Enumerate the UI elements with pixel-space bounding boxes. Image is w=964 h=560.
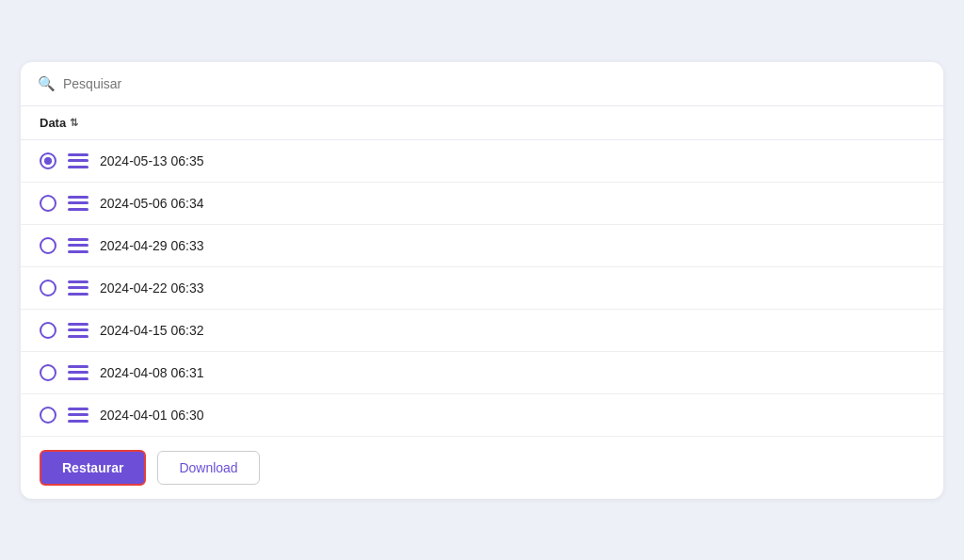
search-input[interactable] <box>63 76 926 91</box>
item-date: 2024-04-15 06:32 <box>100 323 204 338</box>
radio-button-7[interactable] <box>40 407 56 424</box>
list-icon <box>68 238 88 253</box>
list-item[interactable]: 2024-04-08 06:31 <box>21 352 943 394</box>
list-icon <box>68 408 88 423</box>
radio-button-4[interactable] <box>40 280 56 296</box>
list-icon <box>68 280 88 296</box>
date-column-label: Data <box>40 116 66 130</box>
main-container: 🔍 Data ⇅ 2024-05-13 06:352024-05-06 06:3… <box>21 62 943 499</box>
list-icon <box>68 365 88 380</box>
list-item[interactable]: 2024-04-15 06:32 <box>21 310 943 352</box>
item-date: 2024-04-29 06:33 <box>100 238 204 253</box>
table-header: Data ⇅ <box>21 106 943 140</box>
list-item[interactable]: 2024-04-22 06:33 <box>21 267 943 310</box>
restaurar-button[interactable]: Restaurar <box>40 450 146 486</box>
download-button[interactable]: Download <box>157 451 259 485</box>
radio-button-3[interactable] <box>40 237 56 254</box>
sort-icon[interactable]: ⇅ <box>70 117 78 129</box>
radio-button-6[interactable] <box>40 364 56 381</box>
item-date: 2024-04-01 06:30 <box>100 408 204 423</box>
items-list: 2024-05-13 06:352024-05-06 06:342024-04-… <box>21 140 943 436</box>
list-icon <box>68 323 88 338</box>
item-date: 2024-04-22 06:33 <box>100 280 204 296</box>
item-date: 2024-05-06 06:34 <box>100 196 204 211</box>
list-item[interactable]: 2024-05-06 06:34 <box>21 183 943 225</box>
search-bar: 🔍 <box>21 62 943 106</box>
list-item[interactable]: 2024-04-29 06:33 <box>21 225 943 267</box>
list-icon <box>68 153 88 168</box>
list-item[interactable]: 2024-04-01 06:30 <box>21 394 943 436</box>
radio-button-5[interactable] <box>40 322 56 339</box>
item-date: 2024-05-13 06:35 <box>100 153 204 168</box>
item-date: 2024-04-08 06:31 <box>100 365 204 380</box>
search-icon: 🔍 <box>38 75 56 92</box>
radio-button-1[interactable] <box>40 152 56 169</box>
radio-button-2[interactable] <box>40 195 56 212</box>
list-icon <box>68 196 88 211</box>
list-item[interactable]: 2024-05-13 06:35 <box>21 140 943 183</box>
footer: Restaurar Download <box>21 436 943 499</box>
